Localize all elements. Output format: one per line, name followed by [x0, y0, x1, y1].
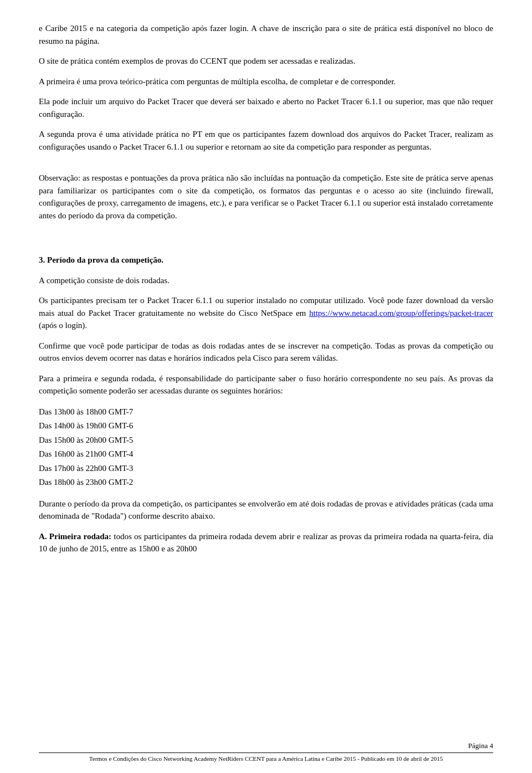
footer: Página 4 Termos e Condições do Cisco Net… [0, 741, 532, 762]
schedule-item: Das 14h00 às 19h00 GMT-6 [39, 419, 493, 433]
schedule-item: Das 13h00 às 18h00 GMT-7 [39, 405, 493, 419]
paragraph-11: Durante o período da prova da competição… [39, 498, 493, 523]
netacad-link[interactable]: https://www.netacad.com/group/offerings/… [309, 309, 493, 318]
para11-text: Durante o período da prova da competição… [39, 499, 493, 521]
para12-bold-text: A. Primeira rodada: [39, 532, 111, 541]
page: e Caribe 2015 e na categoria da competiç… [0, 0, 532, 773]
paragraph-4: Ela pode incluir um arquivo do Packet Tr… [39, 95, 493, 120]
para5-text: A segunda prova é uma atividade prática … [39, 130, 493, 151]
spacer [39, 161, 493, 172]
para4-text: Ela pode incluir um arquivo do Packet Tr… [39, 97, 493, 119]
section-3-heading: 3. Período da prova da competição. [39, 254, 493, 267]
content-body: e Caribe 2015 e na categoria da competiç… [39, 22, 493, 555]
para3-text: A primeira é uma prova teórico-prática c… [39, 77, 396, 86]
footer-page-number: Página 4 [39, 741, 493, 750]
paragraph-7: A competição consiste de dois rodadas. [39, 274, 493, 287]
paragraph-12: A. Primeira rodada: todos os participant… [39, 530, 493, 555]
paragraph-5: A segunda prova é uma atividade prática … [39, 128, 493, 153]
paragraph-1: e Caribe 2015 e na categoria da competiç… [39, 22, 493, 47]
para10-text: Para a primeira e segunda rodada, é resp… [39, 374, 493, 396]
footer-text-content: Termos e Condições do Cisco Networking A… [89, 755, 443, 762]
para6-text: Observação: as respostas e pontuações da… [39, 173, 493, 220]
para2-text: O site de prática contém exemplos de pro… [39, 57, 355, 65]
schedule-item: Das 18h00 às 23h00 GMT-2 [39, 475, 493, 490]
paragraph-6: Observação: as respostas e pontuações da… [39, 172, 493, 222]
paragraph-10: Para a primeira e segunda rodada, é resp… [39, 372, 493, 397]
paragraph-3: A primeira é uma prova teórico-prática c… [39, 75, 493, 88]
page-number-text: Página 4 [468, 741, 493, 750]
schedule-item: Das 17h00 às 22h00 GMT-3 [39, 462, 493, 476]
paragraph-8: Os participantes precisam ter o Packet T… [39, 294, 493, 332]
para7-text: A competição consiste de dois rodadas. [39, 276, 170, 285]
schedule-list: Das 13h00 às 18h00 GMT-7Das 14h00 às 19h… [39, 405, 493, 490]
spacer-2 [39, 229, 493, 240]
paragraph-2: O site de prática contém exemplos de pro… [39, 55, 493, 68]
section3-heading-text: 3. Período da prova da competição. [39, 255, 163, 264]
para8-part2-text: (após o login). [39, 321, 87, 330]
para1-text: e Caribe 2015 e na categoria da competiç… [39, 24, 493, 45]
schedule-item: Das 15h00 às 20h00 GMT-5 [39, 433, 493, 448]
schedule-item: Das 16h00 às 21h00 GMT-4 [39, 447, 493, 462]
footer-text: Termos e Condições do Cisco Networking A… [39, 752, 493, 762]
paragraph-9: Confirme que você pode participar de tod… [39, 340, 493, 365]
para9-text: Confirme que você pode participar de tod… [39, 341, 493, 363]
